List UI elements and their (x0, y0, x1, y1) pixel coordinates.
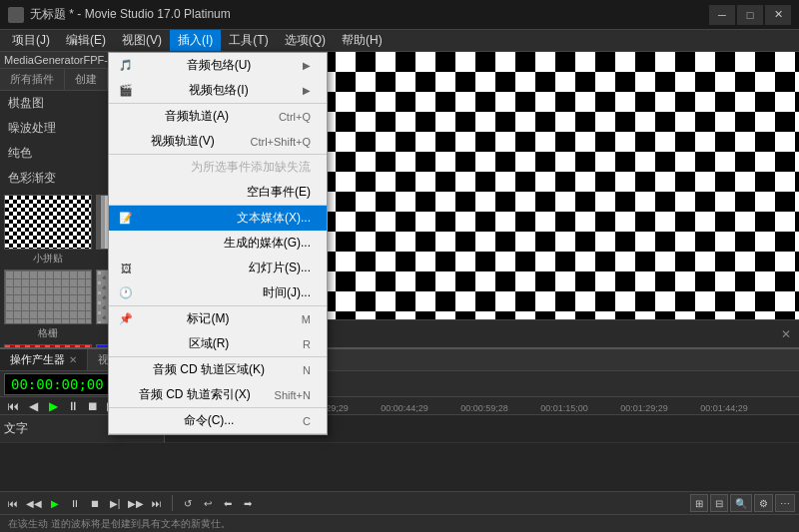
transport-stop[interactable]: ⏹ (84, 397, 102, 415)
btn-snap[interactable]: ⊞ (690, 494, 708, 512)
thumb-red-checker (4, 344, 92, 347)
dropdown-video-track[interactable]: 视频轨道(V) Ctrl+Shift+Q (109, 129, 327, 154)
btn-more[interactable]: ⋯ (775, 494, 795, 512)
transport-prev[interactable]: ◀ (24, 397, 42, 415)
audio-track-shortcut: Ctrl+Q (279, 111, 311, 123)
bottom-step-fwd[interactable]: ▶| (106, 496, 124, 511)
bottom-skip-start[interactable]: ⏮ (4, 496, 22, 511)
bottom-loop[interactable]: ↺ (179, 496, 197, 511)
bottom-skip-end[interactable]: ⏭ (148, 496, 166, 511)
ruler-label-5: 00:01:15;00 (540, 403, 588, 413)
preview-close-icon[interactable]: ✕ (781, 327, 791, 341)
bottom-left[interactable]: ⬅ (219, 496, 237, 511)
bottom-pause[interactable]: ⏸ (66, 496, 84, 511)
dropdown-add-missing-stream: 为所选事件添加缺失流 (109, 155, 327, 180)
transport-play[interactable]: ▶ (44, 397, 62, 415)
video-envelope-arrow: ▶ (303, 85, 311, 96)
dropdown-audio-track[interactable]: 音频轨道(A) Ctrl+Q (109, 104, 327, 129)
dropdown-section-1: 🎵 音频包络(U) ▶ 🎬 视频包络(I) ▶ (109, 53, 327, 104)
close-button[interactable]: ✕ (765, 5, 791, 25)
bottom-stop[interactable]: ⏹ (86, 496, 104, 511)
media-item-grid[interactable]: 格栅 (4, 269, 92, 340)
ruler-label-4: 00:00:59;28 (460, 403, 508, 413)
menu-edit[interactable]: 编辑(E) (58, 30, 114, 51)
dropdown-region[interactable]: 区域(R) R (109, 331, 327, 356)
tab-operations-close[interactable]: ✕ (69, 354, 77, 365)
dropdown-marker[interactable]: 📌 标记(M) M (109, 306, 327, 331)
thumb-small-check (4, 195, 92, 250)
app-icon (8, 7, 24, 23)
bottom-rewind[interactable]: ◀◀ (24, 496, 44, 511)
dropdown-section-2: 音频轨道(A) Ctrl+Q 视频轨道(V) Ctrl+Shift+Q (109, 104, 327, 155)
tab-all-plugins[interactable]: 所有插件 (0, 69, 65, 90)
divider1 (172, 495, 173, 511)
dropdown-text-media[interactable]: 📝 文本媒体(X)... (109, 206, 327, 231)
marker-icon: 📌 (117, 312, 135, 325)
dropdown-time[interactable]: 🕐 时间(J)... (109, 280, 327, 305)
time-label: 时间(J)... (263, 284, 311, 301)
menu-view[interactable]: 视图(V) (114, 30, 170, 51)
cd-track-index-label: 音频 CD 轨道索引(X) (139, 386, 251, 403)
time-icon: 🕐 (117, 286, 135, 299)
btn-zoom[interactable]: 🔍 (730, 494, 752, 512)
tab-create[interactable]: 创建 (65, 69, 108, 90)
empty-event-label: 空白事件(E) (247, 184, 311, 201)
menu-tools[interactable]: 工具(T) (221, 30, 276, 51)
marker-shortcut: M (302, 313, 311, 325)
menu-file[interactable]: 项目(J) (4, 30, 58, 51)
dropdown-empty-event[interactable]: 空白事件(E) (109, 180, 327, 205)
menu-bar: 项目(J) 编辑(E) 视图(V) 插入(I) 工具(T) 选项(Q) 帮助(H… (0, 30, 799, 52)
label-small-check: 小拼贴 (33, 252, 63, 266)
video-envelope-label: 视频包络(I) (189, 82, 248, 99)
generated-media-label: 生成的媒体(G)... (224, 235, 311, 252)
audio-envelope-icon: 🎵 (117, 59, 135, 72)
menu-options[interactable]: 选项(Q) (277, 30, 334, 51)
cd-track-region-shortcut: N (303, 364, 311, 376)
slideshow-label: 幻灯片(S)... (249, 260, 311, 276)
insert-dropdown-menu: 🎵 音频包络(U) ▶ 🎬 视频包络(I) ▶ 音频轨道(A) Ctrl+Q 视… (108, 52, 328, 435)
video-track-label: 视频轨道(V) (151, 133, 215, 150)
media-item-small-check[interactable]: 小拼贴 (4, 195, 92, 266)
window-controls: ─ □ ✕ (709, 5, 791, 25)
dropdown-section-6: 音频 CD 轨道区域(K) N 音频 CD 轨道索引(X) Shift+N (109, 357, 327, 408)
transport-pause[interactable]: ⏸ (64, 397, 82, 415)
minimize-button[interactable]: ─ (709, 5, 735, 25)
dropdown-audio-envelope[interactable]: 🎵 音频包络(U) ▶ (109, 53, 327, 78)
dropdown-section-5: 📌 标记(M) M 区域(R) R (109, 306, 327, 357)
noise-label: 噪波处理 (8, 120, 56, 137)
tab-operations[interactable]: 操作产生器 ✕ (0, 349, 88, 370)
dropdown-slideshow[interactable]: 🖼 幻灯片(S)... (109, 256, 327, 280)
ruler-label-3: 00:00:44;29 (381, 403, 428, 413)
maximize-button[interactable]: □ (737, 5, 763, 25)
audio-track-label: 音频轨道(A) (165, 108, 229, 125)
command-label: 命令(C)... (184, 412, 235, 429)
bottom-play[interactable]: ▶ (46, 496, 64, 511)
btn-settings[interactable]: ⚙ (754, 494, 773, 512)
transport-skip-start[interactable]: ⏮ (4, 397, 22, 415)
dropdown-generated-media[interactable]: 生成的媒体(G)... (109, 231, 327, 256)
track-name-text: 文字 (4, 420, 28, 437)
timecode-display[interactable]: 00:00:00;00 (4, 373, 111, 395)
text-media-icon: 📝 (117, 212, 135, 225)
audio-envelope-label: 音频包络(U) (187, 57, 252, 74)
marker-label: 标记(M) (187, 310, 229, 327)
ruler-label-6: 00:01:29;29 (620, 403, 668, 413)
dropdown-cd-track-region[interactable]: 音频 CD 轨道区域(K) N (109, 357, 327, 382)
status-bar: 在该生动 道的波标将是创建到具有文本的新黄仕。 (0, 514, 799, 532)
solid-label: 纯色 (8, 145, 32, 162)
bottom-transport: ⏮ ◀◀ ▶ ⏸ ⏹ ▶| ▶▶ ⏭ ↺ ↩ ⬅ ➡ ⊞ ⊟ 🔍 ⚙ (0, 491, 799, 514)
dropdown-cd-track-index[interactable]: 音频 CD 轨道索引(X) Shift+N (109, 382, 327, 407)
btn-grid[interactable]: ⊟ (710, 494, 728, 512)
dropdown-command[interactable]: 命令(C)... C (109, 408, 327, 433)
menu-insert[interactable]: 插入(I) (170, 30, 221, 51)
dropdown-section-4: 📝 文本媒体(X)... 生成的媒体(G)... 🖼 幻灯片(S)... 🕐 时… (109, 206, 327, 306)
bottom-undo[interactable]: ↩ (199, 496, 217, 511)
bottom-right[interactable]: ➡ (239, 496, 257, 511)
slideshow-icon: 🖼 (117, 263, 135, 274)
region-shortcut: R (303, 338, 311, 350)
menu-help[interactable]: 帮助(H) (334, 30, 391, 51)
dropdown-video-envelope[interactable]: 🎬 视频包络(I) ▶ (109, 78, 327, 103)
audio-envelope-arrow: ▶ (303, 60, 311, 71)
media-item-red-checker[interactable] (4, 344, 92, 347)
bottom-fast-fwd[interactable]: ▶▶ (126, 496, 146, 511)
